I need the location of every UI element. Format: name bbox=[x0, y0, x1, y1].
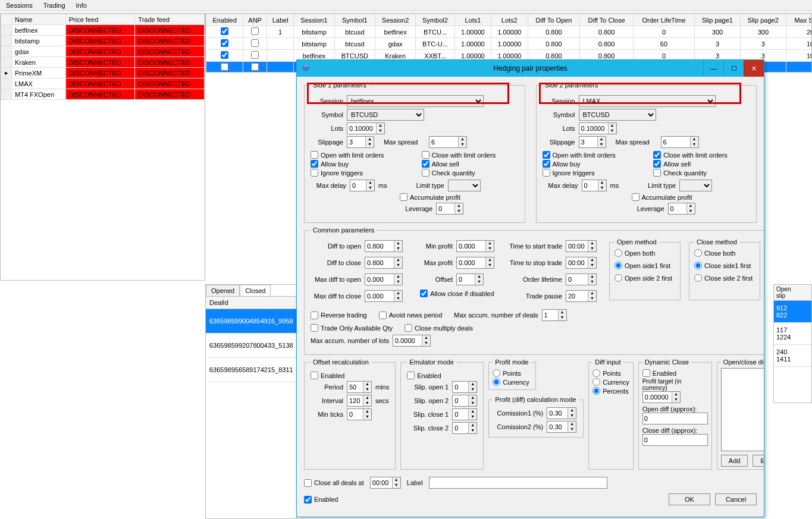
mdo-input[interactable]: ▲▼ bbox=[365, 273, 403, 285]
cm-both-radio[interactable] bbox=[694, 249, 702, 257]
session-name[interactable]: gdax bbox=[12, 46, 66, 57]
grid-cell[interactable]: BTCU... bbox=[416, 26, 454, 38]
session-name[interactable]: Kraken bbox=[12, 57, 66, 68]
grid-cell[interactable]: 0.800 bbox=[528, 38, 580, 50]
grid-cell[interactable]: 1.00000 bbox=[491, 26, 528, 38]
so2-input[interactable]: ▲▼ bbox=[452, 395, 477, 407]
session1-select[interactable]: betfinex bbox=[347, 95, 484, 107]
symbol2-select[interactable]: BTCUSD bbox=[579, 109, 656, 121]
menu-trading[interactable]: Trading bbox=[43, 2, 65, 9]
om-side1-radio[interactable] bbox=[615, 262, 622, 269]
reverse-trading-check[interactable] bbox=[311, 312, 318, 319]
grid-cell[interactable]: 3 bbox=[695, 38, 741, 50]
ptgt-input[interactable]: ▲▼ bbox=[642, 391, 681, 403]
session-name[interactable]: bitstamp bbox=[12, 36, 66, 46]
dialog-titlebar[interactable]: Hedging pair properties — ☐ ✕ bbox=[297, 60, 764, 77]
accum2-check[interactable] bbox=[632, 193, 639, 201]
close-multiply-check[interactable] bbox=[405, 324, 412, 332]
allowsell2-check[interactable] bbox=[653, 160, 661, 168]
so1-input[interactable]: ▲▼ bbox=[452, 381, 477, 393]
pair-enabled-check[interactable] bbox=[304, 496, 312, 504]
grid-col[interactable]: Order LifeTime bbox=[633, 14, 694, 26]
grid-col[interactable]: Symbol1 bbox=[334, 14, 375, 26]
tab-closed[interactable]: Closed bbox=[240, 285, 271, 296]
slip1-input[interactable]: ▲▼ bbox=[347, 136, 374, 148]
checkqty1-check[interactable] bbox=[422, 169, 429, 177]
grid-cell[interactable]: 0.800 bbox=[528, 26, 580, 38]
minimize-button[interactable]: — bbox=[703, 60, 723, 77]
grid-col[interactable]: Lots2 bbox=[491, 14, 528, 26]
grid-col[interactable]: Session1 bbox=[294, 14, 334, 26]
grid-cell[interactable] bbox=[206, 50, 243, 62]
tp-input[interactable]: ▲▼ bbox=[566, 290, 597, 302]
grid-cell[interactable] bbox=[267, 62, 294, 73]
slip-row[interactable]: 1171224 bbox=[774, 323, 811, 345]
tab-opened[interactable]: Opened bbox=[206, 285, 240, 296]
allowbuy1-check[interactable] bbox=[311, 160, 318, 168]
sc2-input[interactable]: ▲▼ bbox=[452, 422, 477, 434]
pm-points-radio[interactable] bbox=[493, 369, 500, 377]
grid-cell[interactable]: btcusd bbox=[334, 26, 375, 38]
dtc-input[interactable]: ▲▼ bbox=[365, 257, 403, 269]
menu-info[interactable]: Info bbox=[76, 2, 87, 9]
slip2-input[interactable]: ▲▼ bbox=[579, 136, 606, 148]
enabled-check[interactable] bbox=[221, 51, 228, 59]
close-limit2-check[interactable] bbox=[653, 151, 661, 159]
grid-col[interactable]: Diff To Open bbox=[528, 14, 580, 26]
di-currency-radio[interactable] bbox=[592, 378, 600, 386]
open-limit1-check[interactable] bbox=[311, 151, 318, 159]
grid-col[interactable]: Enabled bbox=[206, 14, 243, 26]
close-all-check[interactable] bbox=[304, 479, 312, 487]
grid-cell[interactable]: bitstamp bbox=[294, 38, 334, 50]
anp-check[interactable] bbox=[251, 27, 259, 35]
ignoretrig1-check[interactable] bbox=[311, 169, 318, 177]
col-slip[interactable]: slip bbox=[776, 292, 809, 299]
avoid-news-check[interactable] bbox=[379, 312, 387, 319]
lev2-input[interactable]: ▲▼ bbox=[668, 203, 695, 215]
grid-cell[interactable] bbox=[206, 26, 243, 38]
session-name[interactable]: betfinex bbox=[12, 25, 66, 36]
label-input[interactable] bbox=[429, 477, 607, 489]
grid-cell[interactable]: 0.800 bbox=[580, 26, 633, 38]
grid-cell[interactable]: btcusd bbox=[334, 38, 375, 50]
grid-col[interactable]: Symbol2 bbox=[416, 14, 454, 26]
di-points-radio[interactable] bbox=[592, 369, 600, 377]
col-pricefeed[interactable]: Price feed bbox=[65, 14, 135, 25]
maxspread2-input[interactable]: ▲▼ bbox=[661, 136, 699, 148]
ol-input[interactable]: ▲▼ bbox=[566, 273, 597, 285]
grid-cell[interactable] bbox=[243, 26, 267, 38]
allowbuy2-check[interactable] bbox=[543, 160, 550, 168]
enabled-check[interactable] bbox=[221, 27, 228, 35]
session-name[interactable]: PrimeXM bbox=[12, 68, 66, 78]
enabled-check[interactable] bbox=[221, 63, 228, 71]
grid-cell[interactable]: 60 bbox=[633, 38, 694, 50]
cm-side1-radio[interactable] bbox=[694, 262, 702, 269]
grid-cell[interactable]: gdax bbox=[375, 38, 416, 50]
menu-sessions[interactable]: Sessions bbox=[6, 2, 33, 9]
dto-input[interactable]: ▲▼ bbox=[365, 240, 403, 252]
grid-cell[interactable]: 1000 bbox=[786, 38, 812, 50]
limittype2-select[interactable] bbox=[679, 180, 712, 191]
col-dealid[interactable]: DealId bbox=[206, 297, 297, 309]
com2-input[interactable]: ▲▼ bbox=[547, 421, 576, 433]
trade-only-avail-check[interactable] bbox=[311, 324, 318, 332]
grid-cell[interactable] bbox=[267, 38, 294, 50]
grid-cell[interactable]: 300 bbox=[740, 26, 786, 38]
grid-cell[interactable]: 2000 bbox=[786, 26, 812, 38]
sc1-input[interactable]: ▲▼ bbox=[452, 408, 477, 420]
deal-row[interactable]: 636598599004854916_9958 bbox=[206, 309, 297, 334]
cm-side2-radio[interactable] bbox=[694, 274, 702, 282]
com1-input[interactable]: ▲▼ bbox=[547, 407, 576, 419]
anp-check[interactable] bbox=[251, 39, 259, 47]
lots2-input[interactable]: ▲▼ bbox=[579, 122, 617, 134]
anp-check[interactable] bbox=[251, 63, 259, 71]
grid-cell[interactable]: 0 bbox=[633, 26, 694, 38]
col-tradefeed[interactable]: Trade feed bbox=[135, 14, 205, 25]
cancel-button[interactable]: Cancel bbox=[715, 493, 757, 505]
session-name[interactable]: MT4 FXOpen bbox=[12, 89, 66, 100]
deal-row[interactable]: 636598599207800433_5138 bbox=[206, 334, 297, 358]
deal-row[interactable]: 636598956589174215_8311 bbox=[206, 358, 297, 382]
edit-button[interactable]: Edit bbox=[753, 455, 764, 467]
grid-col[interactable]: Slip page2 bbox=[740, 14, 786, 26]
om-side2-radio[interactable] bbox=[615, 274, 622, 282]
